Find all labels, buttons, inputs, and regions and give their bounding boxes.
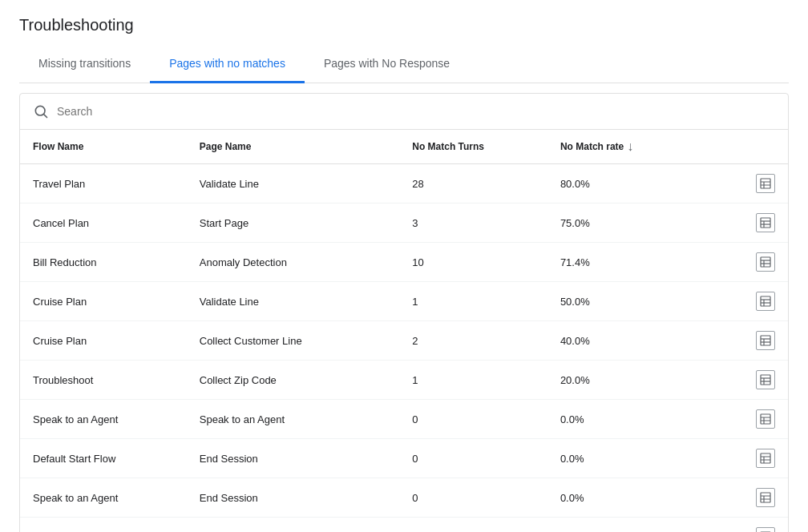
cell-no-match-rate: 75.0%	[547, 204, 733, 243]
tab-pages-no-response[interactable]: Pages with No Response	[305, 47, 469, 83]
cell-no-match-rate: 50.0%	[547, 282, 733, 321]
cell-no-match-turns: 28	[399, 164, 547, 204]
cell-no-match-rate: 0.0%	[547, 400, 733, 439]
cell-page-name: End Session	[187, 478, 399, 518]
cell-no-match-turns: 2	[399, 321, 547, 361]
cell-flow-name: Speak to an Agent	[20, 478, 187, 518]
cell-no-match-turns: 0	[399, 400, 547, 439]
view-details-button[interactable]	[756, 527, 775, 532]
col-header-page-name: Page Name	[187, 130, 399, 164]
cell-no-match-rate: 40.0%	[547, 321, 733, 361]
cell-no-match-turns: 1	[399, 282, 547, 321]
view-details-button[interactable]	[756, 409, 775, 429]
svg-rect-18	[761, 336, 770, 345]
cell-page-name: Collect Customer Line	[187, 321, 399, 361]
cell-no-match-turns: 10	[399, 243, 547, 282]
search-bar	[20, 94, 788, 130]
cell-page-name: Start Page	[187, 204, 399, 243]
col-header-no-match-rate[interactable]: No Match rate ↓	[547, 130, 733, 164]
view-details-button[interactable]	[756, 292, 775, 311]
svg-point-0	[35, 106, 45, 115]
view-details-button[interactable]	[756, 213, 775, 232]
view-details-button[interactable]	[756, 174, 775, 193]
cell-page-name: Collect Zip Code	[187, 361, 399, 400]
svg-rect-30	[761, 453, 770, 463]
table-row: Cancel PlanStart Page375.0%	[20, 204, 788, 243]
table-row: Bill ReductionAnomaly Detection1071.4%	[20, 243, 788, 282]
cell-no-match-turns: 1	[399, 361, 547, 400]
svg-line-1	[44, 115, 47, 118]
table-row: TroubleshootConfirm Service - Yes00.0%	[20, 518, 788, 533]
cell-flow-name: Cruise Plan	[20, 321, 187, 361]
cell-page-name: Speak to an Agent	[187, 400, 399, 439]
svg-rect-14	[761, 296, 770, 306]
cell-action[interactable]	[733, 518, 788, 533]
view-details-button[interactable]	[756, 370, 775, 389]
page-title: Troubleshooting	[19, 16, 789, 34]
table-row: TroubleshootCollect Zip Code120.0%	[20, 361, 788, 400]
svg-rect-6	[761, 218, 770, 228]
col-header-action	[733, 130, 788, 164]
tab-missing-transitions[interactable]: Missing transitions	[19, 47, 150, 83]
cell-page-name: Validate Line	[187, 164, 399, 204]
view-details-button[interactable]	[756, 331, 775, 350]
svg-rect-26	[761, 414, 770, 424]
cell-flow-name: Bill Reduction	[20, 243, 187, 282]
cell-no-match-rate: 71.4%	[547, 243, 733, 282]
cell-action[interactable]	[733, 243, 788, 282]
col-header-no-match-turns: No Match Turns	[399, 130, 547, 164]
table-row: Default Start FlowEnd Session00.0%	[20, 439, 788, 478]
cell-flow-name: Troubleshoot	[20, 518, 187, 533]
cell-flow-name: Speak to an Agent	[20, 400, 187, 439]
svg-rect-34	[761, 493, 770, 502]
cell-action[interactable]	[733, 321, 788, 361]
tab-pages-no-matches[interactable]: Pages with no matches	[150, 47, 305, 83]
svg-rect-22	[761, 375, 770, 385]
search-icon	[33, 103, 49, 119]
svg-rect-2	[761, 179, 770, 188]
cell-no-match-rate: 20.0%	[547, 361, 733, 400]
cell-flow-name: Cruise Plan	[20, 282, 187, 321]
cell-page-name: Confirm Service - Yes	[187, 518, 399, 533]
main-table-container: Flow Name Page Name No Match Turns No Ma…	[19, 93, 789, 532]
view-details-button[interactable]	[756, 488, 775, 507]
search-input[interactable]	[57, 105, 775, 118]
cell-flow-name: Cancel Plan	[20, 204, 187, 243]
tabs-container: Missing transitions Pages with no matche…	[19, 47, 789, 83]
sort-down-icon: ↓	[627, 139, 633, 154]
cell-no-match-rate: 0.0%	[547, 439, 733, 478]
cell-action[interactable]	[733, 204, 788, 243]
cell-page-name: Validate Line	[187, 282, 399, 321]
table-row: Speak to an AgentEnd Session00.0%	[20, 478, 788, 518]
cell-action[interactable]	[733, 478, 788, 518]
col-header-flow-name: Flow Name	[20, 130, 187, 164]
cell-no-match-turns: 0	[399, 478, 547, 518]
cell-action[interactable]	[733, 439, 788, 478]
view-details-button[interactable]	[756, 252, 775, 272]
table-row: Cruise PlanCollect Customer Line240.0%	[20, 321, 788, 361]
cell-no-match-rate: 80.0%	[547, 164, 733, 204]
view-details-button[interactable]	[756, 449, 775, 468]
cell-page-name: Anomaly Detection	[187, 243, 399, 282]
svg-rect-10	[761, 257, 770, 267]
cell-action[interactable]	[733, 400, 788, 439]
cell-no-match-rate: 0.0%	[547, 478, 733, 518]
cell-action[interactable]	[733, 282, 788, 321]
cell-flow-name: Travel Plan	[20, 164, 187, 204]
cell-action[interactable]	[733, 361, 788, 400]
data-table: Flow Name Page Name No Match Turns No Ma…	[20, 130, 788, 532]
cell-action[interactable]	[733, 164, 788, 204]
cell-flow-name: Default Start Flow	[20, 439, 187, 478]
cell-no-match-rate: 0.0%	[547, 518, 733, 533]
cell-page-name: End Session	[187, 439, 399, 478]
table-row: Travel PlanValidate Line2880.0%	[20, 164, 788, 204]
cell-no-match-turns: 3	[399, 204, 547, 243]
cell-no-match-turns: 0	[399, 439, 547, 478]
table-row: Speak to an AgentSpeak to an Agent00.0%	[20, 400, 788, 439]
table-row: Cruise PlanValidate Line150.0%	[20, 282, 788, 321]
cell-flow-name: Troubleshoot	[20, 361, 187, 400]
cell-no-match-turns: 0	[399, 518, 547, 533]
